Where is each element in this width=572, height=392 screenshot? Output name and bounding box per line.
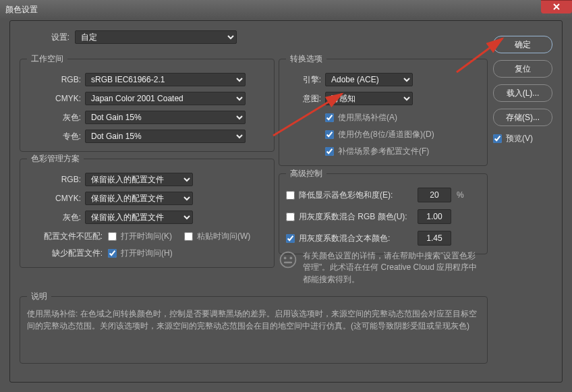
preview-label: 预览(V) bbox=[506, 133, 533, 144]
close-icon bbox=[552, 3, 561, 11]
blackpoint-wrap[interactable]: 使用黑场补偿(A) bbox=[325, 112, 480, 123]
reset-label: 复位 bbox=[515, 63, 531, 75]
description-text: 使用黑场补偿: 在色域之间转换颜色时，控制是否要调整黑场的差异。启用该选项时，来… bbox=[27, 308, 480, 332]
workspace-cmyk-dropdown[interactable]: Japan Color 2001 Coated bbox=[85, 92, 246, 105]
workspace-rgb-dropdown[interactable]: sRGB IEC61966-2.1 bbox=[85, 73, 246, 86]
blackpoint-checkbox[interactable] bbox=[325, 113, 334, 122]
missing-label: 缺少配置文件: bbox=[27, 248, 103, 259]
ok-button[interactable]: 确定 bbox=[493, 36, 552, 53]
load-label: 载入(L)... bbox=[507, 88, 540, 99]
load-button[interactable]: 载入(L)... bbox=[493, 84, 552, 102]
policy-cmyk-dropdown[interactable]: 保留嵌入的配置文件 bbox=[85, 192, 193, 205]
svg-point-2 bbox=[289, 256, 292, 259]
description-group: 说明 使用黑场补偿: 在色域之间转换颜色时，控制是否要调整黑场的差异。启用该选项… bbox=[20, 291, 488, 364]
dither-wrap[interactable]: 使用仿色(8位/通道图像)(D) bbox=[325, 129, 480, 140]
desaturate-input[interactable] bbox=[418, 188, 451, 202]
ask-paste-check-wrap[interactable]: 粘贴时询问(W) bbox=[184, 231, 250, 242]
policy-cmyk-label: CMYK: bbox=[27, 194, 81, 203]
info-row: 有关颜色设置的详情，请在帮助中搜索"设置色彩管理"。此术语在任何 Creativ… bbox=[279, 250, 481, 285]
ok-label: 确定 bbox=[515, 39, 531, 51]
workspace-legend: 工作空间 bbox=[27, 53, 67, 65]
preview-checkbox[interactable] bbox=[493, 134, 502, 143]
compensate-wrap[interactable]: 补偿场景参考配置文件(F) bbox=[325, 146, 480, 157]
advanced-legend: 高级控制 bbox=[286, 168, 326, 179]
engine-label: 引擎: bbox=[286, 74, 321, 86]
ask-open-checkbox[interactable] bbox=[108, 232, 117, 241]
save-button[interactable]: 存储(S)... bbox=[493, 109, 552, 126]
ask-open-missing-checkbox[interactable] bbox=[108, 249, 117, 258]
ask-paste-label: 粘贴时询问(W) bbox=[197, 231, 250, 242]
blend-rgb-label: 用灰度系数混合 RGB 颜色(U): bbox=[299, 211, 418, 223]
gray-label: 灰色: bbox=[27, 112, 81, 123]
svg-point-1 bbox=[284, 256, 287, 259]
conversion-legend: 转换选项 bbox=[286, 53, 326, 65]
titlebar: 颜色设置 bbox=[0, 0, 572, 19]
cmyk-label: CMYK: bbox=[27, 94, 81, 103]
close-button[interactable] bbox=[541, 0, 572, 13]
compensate-checkbox[interactable] bbox=[325, 147, 334, 156]
svg-point-0 bbox=[281, 252, 296, 268]
policy-rgb-dropdown[interactable]: 保留嵌入的配置文件 bbox=[85, 173, 193, 186]
side-buttons: 确定 复位 载入(L)... 存储(S)... 预览(V) bbox=[493, 36, 552, 144]
mismatch-label: 配置文件不匹配: bbox=[27, 231, 103, 242]
desaturate-unit: % bbox=[457, 190, 464, 200]
ask-open-missing-wrap[interactable]: 打开时询问(H) bbox=[108, 248, 173, 259]
info-icon bbox=[279, 250, 297, 269]
desaturate-checkbox[interactable] bbox=[286, 191, 295, 200]
policy-gray-dropdown[interactable]: 保留嵌入的配置文件 bbox=[85, 211, 193, 224]
ask-paste-checkbox[interactable] bbox=[184, 232, 193, 241]
settings-row: 设置: 自定 bbox=[42, 30, 237, 44]
intent-dropdown[interactable]: 可感知 bbox=[325, 92, 413, 105]
dialog-body: 设置: 自定 工作空间 RGB: sRGB IEC61966-2.1 CMYK:… bbox=[9, 20, 563, 383]
save-label: 存储(S)... bbox=[506, 112, 540, 123]
intent-label: 意图: bbox=[286, 93, 321, 105]
desaturate-label: 降低显示器色彩饱和度(E): bbox=[299, 190, 418, 201]
blend-rgb-checkbox[interactable] bbox=[286, 213, 295, 221]
blend-rgb-input[interactable] bbox=[418, 209, 451, 224]
workspace-spot-dropdown[interactable]: Dot Gain 15% bbox=[85, 130, 246, 143]
description-legend: 说明 bbox=[27, 291, 51, 302]
ask-open-label: 打开时询问(K) bbox=[121, 231, 172, 242]
settings-label: 设置: bbox=[42, 32, 69, 43]
policy-gray-label: 灰色: bbox=[27, 212, 81, 223]
rgb-label: RGB: bbox=[27, 75, 81, 84]
blackpoint-label: 使用黑场补偿(A) bbox=[338, 112, 397, 123]
preview-wrap[interactable]: 预览(V) bbox=[493, 133, 552, 144]
ask-open-missing-label: 打开时询问(H) bbox=[121, 248, 173, 259]
reset-button[interactable]: 复位 bbox=[493, 60, 552, 78]
dither-checkbox[interactable] bbox=[325, 130, 334, 139]
color-settings-window: 颜色设置 设置: 自定 工作空间 RGB: sRGB IEC61966-2.1 … bbox=[0, 0, 572, 392]
settings-dropdown[interactable]: 自定 bbox=[75, 30, 237, 44]
compensate-label: 补偿场景参考配置文件(F) bbox=[338, 146, 429, 157]
ask-open-check-wrap[interactable]: 打开时询问(K) bbox=[108, 231, 172, 242]
dither-label: 使用仿色(8位/通道图像)(D) bbox=[338, 129, 434, 140]
advanced-group: 高级控制 降低显示器色彩饱和度(E): % 用灰度系数混合 RGB 颜色(U):… bbox=[279, 168, 488, 254]
workspace-group: 工作空间 RGB: sRGB IEC61966-2.1 CMYK: Japan … bbox=[20, 53, 275, 152]
policies-legend: 色彩管理方案 bbox=[27, 153, 84, 165]
info-text: 有关颜色设置的详情，请在帮助中搜索"设置色彩管理"。此术语在任何 Creativ… bbox=[303, 250, 481, 285]
policy-rgb-label: RGB: bbox=[27, 175, 81, 184]
blend-text-label: 用灰度系数混合文本颜色: bbox=[299, 233, 418, 244]
svg-rect-3 bbox=[284, 262, 292, 264]
window-title: 颜色设置 bbox=[5, 4, 38, 16]
blend-text-input[interactable] bbox=[418, 231, 451, 246]
conversion-group: 转换选项 引擎: Adobe (ACE) 意图: 可感知 使用黑场补偿(A) 使… bbox=[279, 53, 488, 166]
policies-group: 色彩管理方案 RGB: 保留嵌入的配置文件 CMYK: 保留嵌入的配置文件 灰色… bbox=[20, 153, 275, 268]
engine-dropdown[interactable]: Adobe (ACE) bbox=[325, 73, 413, 86]
workspace-gray-dropdown[interactable]: Dot Gain 15% bbox=[85, 111, 246, 124]
blend-text-checkbox[interactable] bbox=[286, 234, 295, 243]
spot-label: 专色: bbox=[27, 131, 81, 142]
